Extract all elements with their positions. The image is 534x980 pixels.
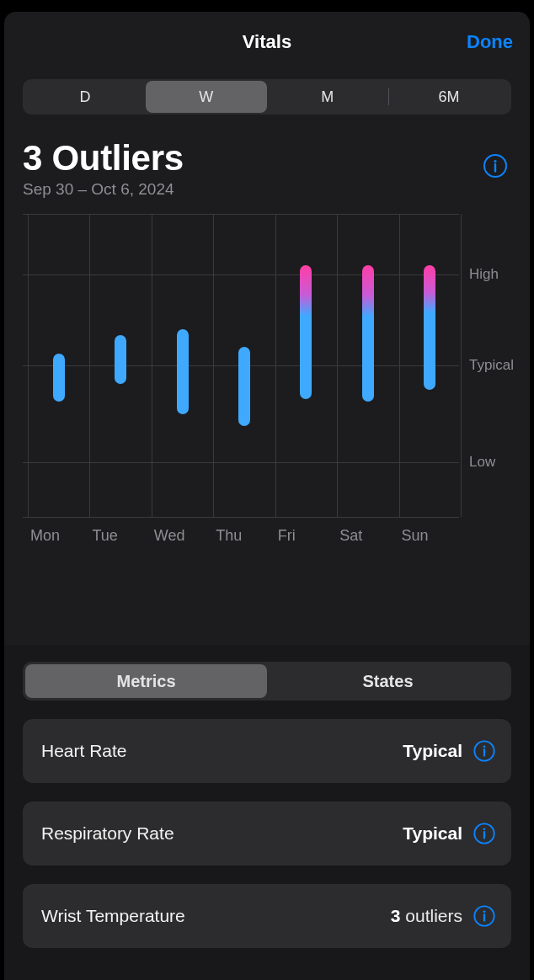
info-icon <box>483 153 508 178</box>
metric-right: 3 outliers <box>391 904 496 928</box>
chart-x-label: Sat <box>339 527 362 545</box>
chart-gridline-v <box>461 214 462 517</box>
chart-gridline-v <box>213 214 214 517</box>
chart-gridline-h <box>23 462 459 463</box>
svg-point-10 <box>483 910 486 913</box>
summary-title: 3 Outliers <box>23 138 511 178</box>
metric-value: Typical <box>403 823 462 844</box>
timerange-month[interactable]: M <box>267 81 388 113</box>
chart-y-label: High <box>469 266 499 283</box>
svg-point-1 <box>494 160 496 162</box>
timerange-segmented[interactable]: D W M 6M <box>23 79 511 115</box>
chart-gridline-v <box>28 214 29 517</box>
metrics-panel: Metrics States Heart RateTypicalRespirat… <box>4 645 530 980</box>
chart-bar[interactable] <box>362 265 374 402</box>
chart-gridline-v <box>275 214 276 517</box>
summary-block: 3 Outliers Sep 30 – Oct 6, 2024 <box>23 138 511 199</box>
chart-y-label: Typical <box>469 357 514 374</box>
vitals-chart[interactable]: HighTypicalLow <box>23 214 511 517</box>
chart-bar[interactable] <box>115 335 126 384</box>
info-icon <box>473 822 496 845</box>
bar-fill-typical <box>177 329 189 414</box>
summary-date-range: Sep 30 – Oct 6, 2024 <box>23 180 511 199</box>
timerange-week[interactable]: W <box>146 81 267 113</box>
metric-right: Typical <box>403 822 496 845</box>
metric-label: Respiratory Rate <box>41 823 174 844</box>
bar-fill-outlier <box>362 265 374 402</box>
chart-x-label: Sun <box>402 527 429 545</box>
chart-x-label: Mon <box>30 527 60 545</box>
chart-bar[interactable] <box>424 265 435 390</box>
chart-x-axis: MonTueWedThuFriSatSun <box>23 517 459 552</box>
metric-row[interactable]: Wrist Temperature3 outliers <box>23 884 511 948</box>
bar-fill-outlier <box>424 265 435 390</box>
subtab-states[interactable]: States <box>267 664 509 698</box>
metric-label: Wrist Temperature <box>41 906 185 926</box>
page-title: Vitals <box>243 31 291 53</box>
chart-bar[interactable] <box>238 347 250 426</box>
vitals-sheet: Vitals Done D W M 6M 3 Outliers Sep 30 –… <box>4 12 530 980</box>
bar-fill-typical <box>115 335 126 384</box>
metric-value: Typical <box>403 741 462 761</box>
chart-y-label: Low <box>469 454 495 471</box>
chart-gridline-v <box>89 214 90 517</box>
chart-container: HighTypicalLow MonTueWedThuFriSatSun <box>4 214 530 552</box>
metric-row[interactable]: Respiratory RateTypical <box>23 802 511 865</box>
chart-y-axis: HighTypicalLow <box>464 214 511 517</box>
chart-bar[interactable] <box>300 265 312 398</box>
bar-fill-typical <box>53 354 65 402</box>
header: Vitals Done <box>4 12 530 72</box>
svg-point-7 <box>483 828 486 830</box>
chart-x-label: Tue <box>92 527 117 545</box>
metric-row[interactable]: Heart RateTypical <box>23 719 511 783</box>
chart-bar[interactable] <box>177 329 189 414</box>
chart-x-label: Wed <box>154 527 185 545</box>
metric-info-button[interactable] <box>473 822 496 845</box>
chart-gridline-h <box>23 274 459 275</box>
chart-x-label: Fri <box>278 527 296 545</box>
svg-point-4 <box>483 745 486 748</box>
chart-gridline-h <box>23 214 459 215</box>
timerange-day[interactable]: D <box>24 81 146 113</box>
bar-fill-typical <box>238 347 250 426</box>
info-icon <box>473 739 496 763</box>
metrics-list: Heart RateTypicalRespiratory RateTypical… <box>23 719 511 948</box>
metric-right: Typical <box>403 739 496 763</box>
subtab-metrics[interactable]: Metrics <box>25 664 267 698</box>
metric-label: Heart Rate <box>41 741 127 761</box>
bar-fill-outlier <box>300 265 312 398</box>
chart-bar[interactable] <box>53 354 65 402</box>
chart-gridline-v <box>399 214 400 517</box>
metric-value: 3 outliers <box>391 906 462 926</box>
chart-gridline-v <box>337 214 338 517</box>
chart-plot-area <box>23 214 459 517</box>
chart-gridline-v <box>152 214 152 517</box>
metric-info-button[interactable] <box>473 904 496 928</box>
timerange-6month[interactable]: 6M <box>388 81 510 113</box>
summary-info-button[interactable] <box>483 153 508 178</box>
done-button[interactable]: Done <box>467 31 513 53</box>
metric-info-button[interactable] <box>473 739 496 763</box>
subtab-segmented[interactable]: Metrics States <box>23 662 511 700</box>
chart-x-label: Thu <box>216 527 242 545</box>
info-icon <box>473 904 496 928</box>
